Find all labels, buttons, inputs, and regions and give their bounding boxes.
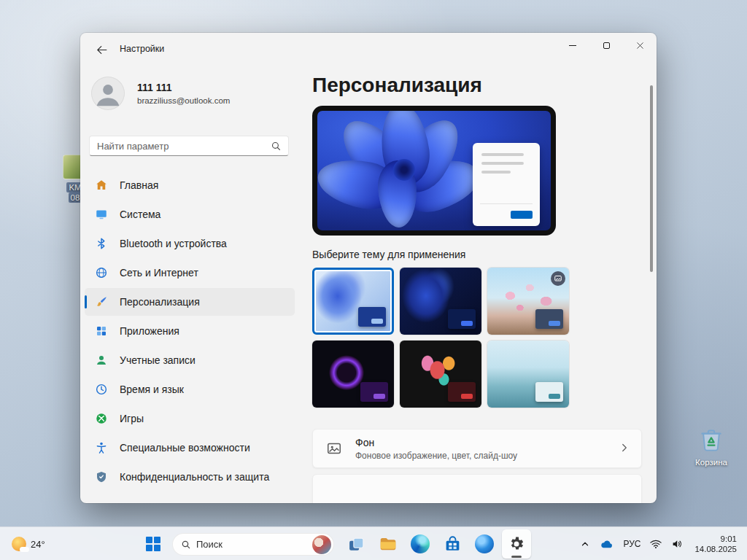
theme-tile-4[interactable]: [312, 341, 394, 408]
theme-mini-window: [535, 382, 563, 402]
sidebar-item-accessibility[interactable]: Специальные возможности: [85, 434, 295, 462]
sidebar-item-time-language[interactable]: Время и язык: [85, 376, 295, 403]
window-title: Настройки: [120, 33, 164, 65]
avatar: [91, 77, 125, 110]
store-button[interactable]: [438, 529, 467, 559]
settings-nav: Главная Система Bluetooth и устройства С…: [85, 171, 295, 491]
edge-icon: [411, 534, 430, 553]
minimize-button[interactable]: [556, 33, 589, 58]
start-button[interactable]: [139, 529, 168, 559]
theme-tile-2[interactable]: [400, 268, 481, 335]
browser-button[interactable]: [470, 529, 499, 559]
taskbar: 24° Поиск: [0, 526, 747, 560]
maximize-icon: [603, 42, 610, 49]
desktop-icon-recycle-bin[interactable]: Корзина: [687, 425, 735, 467]
file-explorer-button[interactable]: [374, 529, 403, 559]
theme-mini-window: [360, 382, 388, 402]
gear-icon: [508, 535, 525, 553]
wifi-icon: [649, 537, 662, 551]
edge-button[interactable]: [406, 529, 435, 559]
theme-tile-5[interactable]: [400, 341, 481, 408]
sidebar-item-home[interactable]: Главная: [85, 171, 295, 199]
apps-grid-icon: [95, 324, 108, 338]
shield-icon: [95, 470, 108, 483]
theme-tile-1-selected[interactable]: [312, 268, 394, 335]
sidebar-item-personalization[interactable]: Персонализация: [85, 288, 295, 316]
chevron-right-icon: [618, 441, 631, 457]
theme-mini-window: [535, 309, 563, 329]
tray-onedrive-button[interactable]: [595, 532, 619, 556]
preview-sample-window: [473, 143, 540, 226]
themes-section-label: Выберите тему для применения: [312, 249, 465, 260]
recycle-bin-label: Корзина: [687, 457, 735, 467]
theme-preview-frame: [312, 106, 556, 236]
speaker-icon: [671, 537, 684, 551]
theme-badge-icon: [551, 271, 565, 286]
accessibility-icon: [95, 441, 108, 454]
weather-widget[interactable]: 24°: [7, 532, 50, 556]
theme-mini-window: [448, 382, 476, 402]
user-email: brazziliuss@outlook.com: [137, 96, 230, 105]
clock-widget[interactable]: 9:01 14.08.2025: [689, 532, 743, 556]
globe-icon: [95, 266, 108, 279]
task-view-button[interactable]: [341, 529, 371, 559]
close-button[interactable]: [623, 33, 657, 58]
paintbrush-icon: [95, 295, 108, 308]
tray-time: 9:01: [721, 534, 737, 543]
minimize-icon: [569, 45, 576, 46]
sidebar-item-apps[interactable]: Приложения: [85, 317, 295, 345]
back-button[interactable]: [90, 39, 112, 61]
accounts-person-icon: [95, 354, 108, 367]
user-name: 111 111: [137, 82, 172, 93]
theme-mini-window: [448, 309, 476, 329]
taskbar-search-label: Поиск: [196, 539, 222, 550]
maximize-button[interactable]: [589, 33, 623, 58]
recycle-bin-icon: [697, 444, 726, 456]
theme-tile-3[interactable]: [487, 268, 569, 335]
scrollbar[interactable]: [650, 85, 653, 272]
clock-icon: [95, 383, 108, 396]
account-block[interactable]: 111 111 brazziliuss@outlook.com: [91, 77, 295, 113]
preview-accent-button: [511, 211, 533, 219]
settings-taskbar-button[interactable]: [502, 529, 531, 559]
titlebar[interactable]: Настройки: [80, 33, 657, 65]
weather-temp: 24°: [31, 539, 45, 550]
system-monitor-icon: [95, 208, 108, 221]
xbox-icon: [95, 412, 108, 425]
search-icon: [270, 140, 282, 155]
home-icon: [95, 179, 108, 192]
chevron-up-icon: [580, 539, 590, 549]
tray-show-hidden-icons[interactable]: [576, 532, 595, 556]
taskbar-search[interactable]: Поиск: [172, 533, 334, 556]
sidebar-item-accounts[interactable]: Учетные записи: [85, 346, 295, 374]
back-arrow-icon: [96, 44, 108, 56]
settings-search-input[interactable]: [97, 136, 265, 155]
tray-date: 14.08.2025: [694, 545, 737, 553]
network-button[interactable]: [645, 532, 667, 556]
image-icon: [326, 440, 342, 459]
page-title: Персонализация: [312, 74, 482, 97]
theme-tile-6[interactable]: [487, 341, 569, 408]
next-settings-card-partial[interactable]: [312, 474, 642, 503]
bluetooth-icon: [95, 237, 108, 250]
language-indicator[interactable]: РУС: [619, 532, 645, 556]
theme-preview-wallpaper: [317, 111, 551, 230]
sidebar-item-privacy-security[interactable]: Конфиденциальность и защита: [85, 463, 295, 491]
folder-icon: [379, 534, 398, 553]
background-settings-card[interactable]: Фон Фоновое изображение, цвет, слайд-шоу: [312, 429, 642, 468]
close-icon: [635, 41, 645, 50]
weather-sun-icon: [12, 537, 26, 551]
card-subtitle: Фоновое изображение, цвет, слайд-шоу: [355, 451, 517, 461]
sidebar-item-network-internet[interactable]: Сеть и Интернет: [85, 259, 295, 287]
sidebar-item-bluetooth-devices[interactable]: Bluetooth и устройства: [85, 230, 295, 257]
store-icon: [444, 535, 462, 553]
sidebar-item-system[interactable]: Система: [85, 201, 295, 228]
volume-button[interactable]: [667, 532, 689, 556]
theme-mini-window: [358, 307, 386, 327]
settings-window: Настройки 111 111 brazziliuss@outlook.co…: [80, 33, 657, 503]
browser-icon: [475, 534, 494, 553]
search-highlight-image: [312, 535, 331, 554]
cloud-icon: [599, 537, 614, 552]
settings-search-box[interactable]: [89, 136, 289, 156]
sidebar-item-gaming[interactable]: Игры: [85, 405, 295, 432]
